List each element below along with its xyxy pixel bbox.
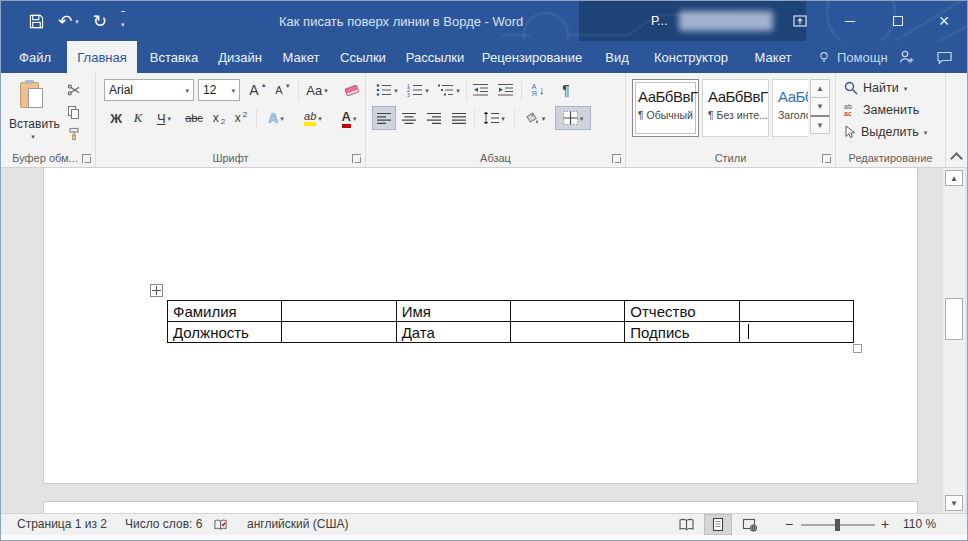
cut-button[interactable] bbox=[63, 81, 85, 99]
clipboard-dialog-launcher-icon[interactable] bbox=[82, 154, 91, 163]
table-cell[interactable]: Фамилия bbox=[168, 301, 282, 322]
superscript-button[interactable]: x2 bbox=[231, 107, 251, 129]
numbering-button[interactable]: 123 ▾ bbox=[404, 79, 432, 101]
highlight-color-button[interactable]: ab ▾ bbox=[296, 107, 330, 129]
zoom-in-button[interactable]: + bbox=[881, 516, 889, 532]
select-button[interactable]: Выделить ▾ bbox=[844, 125, 927, 139]
paragraph-dialog-launcher-icon[interactable] bbox=[612, 154, 621, 163]
align-right-button[interactable] bbox=[423, 107, 445, 129]
text-effects-button[interactable]: А ▾ bbox=[260, 107, 292, 129]
word-count[interactable]: Число слов: 6 bbox=[125, 517, 202, 531]
justify-button[interactable] bbox=[448, 107, 470, 129]
zoom-level[interactable]: 110 % bbox=[903, 517, 936, 531]
shading-button[interactable]: ▾ bbox=[518, 107, 550, 129]
table-cell[interactable]: Имя bbox=[396, 301, 510, 322]
font-color-button[interactable]: А ▾ bbox=[334, 107, 364, 129]
bold-button[interactable]: Ж bbox=[106, 107, 126, 129]
page-indicator[interactable]: Страница 1 из 2 bbox=[17, 517, 107, 531]
style-card-heading1[interactable]: АаБбВв Заголово... bbox=[772, 79, 808, 137]
zoom-slider-thumb[interactable] bbox=[835, 519, 840, 531]
clear-formatting-button[interactable] bbox=[340, 79, 364, 101]
customize-qat-icon[interactable]: ▾ bbox=[121, 21, 125, 28]
bullets-button[interactable]: ▾ bbox=[373, 79, 401, 101]
table-cell[interactable] bbox=[510, 322, 624, 343]
copy-button[interactable] bbox=[63, 103, 85, 121]
table-cell[interactable] bbox=[739, 322, 853, 343]
print-layout-button[interactable] bbox=[705, 515, 731, 534]
multilevel-list-button[interactable]: ▾ bbox=[435, 79, 463, 101]
show-marks-button[interactable]: ¶ bbox=[556, 79, 576, 101]
decrease-indent-button[interactable] bbox=[470, 79, 492, 101]
align-left-button[interactable] bbox=[373, 107, 395, 129]
sort-button[interactable]: А Я ↓ bbox=[525, 79, 551, 101]
proofing-status-button[interactable] bbox=[213, 518, 228, 535]
close-button[interactable]: × bbox=[931, 10, 957, 32]
table-cell[interactable] bbox=[282, 301, 396, 322]
table-move-handle[interactable] bbox=[150, 284, 163, 297]
ribbon-display-options-button[interactable] bbox=[787, 10, 813, 32]
scroll-up-icon[interactable]: ▲ bbox=[945, 170, 963, 186]
read-mode-button[interactable] bbox=[673, 515, 699, 534]
zoom-out-button[interactable]: − bbox=[785, 516, 793, 532]
grow-font-button[interactable]: А▲ bbox=[247, 79, 269, 101]
minimize-button[interactable]: ─ bbox=[837, 10, 863, 32]
save-icon[interactable] bbox=[29, 14, 44, 29]
find-button[interactable]: Найти ▾ bbox=[844, 81, 907, 95]
tab-mailings[interactable]: Рассылки bbox=[403, 41, 467, 73]
web-layout-button[interactable] bbox=[737, 515, 763, 534]
styles-scroll-up-icon[interactable]: ▲ bbox=[810, 79, 830, 98]
comments-button[interactable] bbox=[931, 41, 957, 73]
maximize-button[interactable] bbox=[885, 10, 911, 32]
underline-button[interactable]: Ч ▾ bbox=[150, 107, 178, 129]
font-name-combobox[interactable]: Arial ▾ bbox=[104, 79, 194, 101]
format-painter-button[interactable] bbox=[63, 125, 85, 143]
line-spacing-button[interactable]: ▾ bbox=[478, 107, 510, 129]
tab-design[interactable]: Дизайн bbox=[213, 41, 267, 73]
font-dialog-launcher-icon[interactable] bbox=[352, 154, 361, 163]
table-cell[interactable]: Должность bbox=[168, 322, 282, 343]
italic-button[interactable]: К bbox=[129, 107, 147, 129]
table-cell[interactable] bbox=[739, 301, 853, 322]
paste-button[interactable]: Вставить ▾ bbox=[9, 79, 57, 145]
align-center-button[interactable] bbox=[398, 107, 420, 129]
tab-review[interactable]: Рецензирование bbox=[479, 41, 585, 73]
tell-me-button[interactable]: Помощн bbox=[817, 41, 888, 73]
style-card-normal[interactable]: АаБбВвГг, ¶ Обычный bbox=[632, 79, 699, 137]
tab-view[interactable]: Вид bbox=[599, 41, 635, 73]
tab-table-layout[interactable]: Макет bbox=[747, 41, 799, 73]
language-indicator[interactable]: английский (США) bbox=[247, 517, 348, 531]
change-case-button[interactable]: Aa ▾ bbox=[302, 79, 332, 101]
document-table[interactable]: Фамилия Имя Отчество Должность Дата Подп… bbox=[167, 300, 854, 343]
tab-table-design[interactable]: Конструктор bbox=[646, 41, 736, 73]
user-account-name-redacted[interactable] bbox=[679, 11, 773, 31]
tab-references[interactable]: Ссылки bbox=[335, 41, 391, 73]
scrollbar-thumb[interactable] bbox=[945, 298, 963, 340]
style-card-no-spacing[interactable]: АаБбВвГг, ¶ Без инте... bbox=[702, 79, 769, 137]
vertical-scrollbar[interactable]: ▲ ▼ bbox=[942, 168, 965, 513]
table-cell[interactable] bbox=[282, 322, 396, 343]
zoom-slider-track[interactable] bbox=[801, 524, 875, 526]
tab-home[interactable]: Главная bbox=[67, 41, 137, 73]
replace-button[interactable]: ab ac Заменить bbox=[844, 103, 919, 117]
strikethrough-button[interactable]: abc bbox=[181, 107, 207, 129]
undo-dropdown-icon[interactable]: ▾ bbox=[75, 18, 79, 25]
share-button[interactable] bbox=[893, 41, 919, 73]
undo-icon[interactable]: ↶ bbox=[58, 13, 72, 30]
collapse-ribbon-icon[interactable] bbox=[950, 152, 963, 165]
tab-file[interactable]: Файл bbox=[11, 41, 59, 73]
table-resize-handle[interactable] bbox=[853, 344, 862, 353]
tab-layout[interactable]: Макет bbox=[277, 41, 325, 73]
styles-scroll-down-icon[interactable]: ▼ bbox=[810, 97, 830, 116]
table-cell[interactable]: Отчество bbox=[625, 301, 739, 322]
table-cell[interactable]: Подпись bbox=[625, 322, 739, 343]
borders-button[interactable]: ▾ bbox=[556, 107, 590, 129]
redo-icon[interactable]: ↻ bbox=[93, 13, 107, 30]
increase-indent-button[interactable] bbox=[495, 79, 517, 101]
styles-dialog-launcher-icon[interactable] bbox=[822, 154, 831, 163]
shrink-font-button[interactable]: А▼ bbox=[272, 79, 294, 101]
table-cell[interactable]: Дата bbox=[396, 322, 510, 343]
font-size-combobox[interactable]: 12 ▾ bbox=[198, 79, 240, 101]
tab-insert[interactable]: Вставка bbox=[145, 41, 203, 73]
subscript-button[interactable]: x2 bbox=[209, 107, 229, 129]
document-page-2[interactable] bbox=[43, 501, 918, 513]
